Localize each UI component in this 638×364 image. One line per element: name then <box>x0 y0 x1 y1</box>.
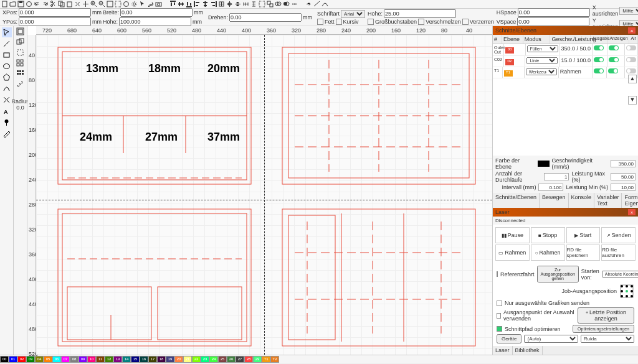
selorigin-check[interactable] <box>497 313 501 319</box>
palette-color[interactable]: 09 <box>79 356 87 363</box>
bezier-tool[interactable] <box>2 83 12 93</box>
copy-icon[interactable] <box>58 1 65 7</box>
tab-cuts[interactable]: Schnitte/Ebenen <box>493 193 540 208</box>
palette-color[interactable]: 16 <box>140 356 148 363</box>
runfile-button[interactable]: RD file ausführen <box>601 245 636 261</box>
cut-icon[interactable] <box>50 1 57 7</box>
dist-icon[interactable] <box>242 1 249 7</box>
device-select[interactable]: (Auto) <box>524 335 578 343</box>
tab-laser[interactable]: Laser <box>493 346 513 355</box>
marker-tool[interactable] <box>2 117 12 127</box>
alignleft-icon[interactable] <box>194 1 201 7</box>
line2-icon[interactable] <box>313 1 320 7</box>
vspace-input[interactable] <box>517 17 589 26</box>
measure-tool[interactable] <box>16 80 24 90</box>
optsettings-button[interactable]: Optimierungseinstellungen <box>573 325 634 333</box>
palette-color[interactable]: 15 <box>131 356 140 363</box>
layer-row[interactable]: T1T1WerkzeugRahmen <box>493 67 638 78</box>
alignhc-icon[interactable] <box>202 1 209 7</box>
palette-color[interactable]: T2 <box>270 356 279 363</box>
fontheight-input[interactable] <box>384 9 456 18</box>
layer-color-swatch[interactable] <box>538 161 550 167</box>
palette-color[interactable]: 14 <box>122 356 131 363</box>
palette-color[interactable]: 01 <box>9 356 17 363</box>
layer-down-button[interactable]: ▼ <box>628 96 637 105</box>
palette-color[interactable]: 12 <box>105 356 113 363</box>
array-tool[interactable] <box>16 59 24 68</box>
zoomsel-icon[interactable] <box>115 1 121 7</box>
redo-icon[interactable] <box>42 1 49 7</box>
palette-color[interactable]: 07 <box>61 356 70 363</box>
alignbot-icon[interactable] <box>186 1 193 7</box>
zoomfit-icon[interactable] <box>107 1 113 7</box>
open-icon[interactable] <box>9 1 16 7</box>
curve-icon[interactable] <box>321 1 328 7</box>
dots-icon[interactable] <box>291 1 298 7</box>
arrow-icon[interactable] <box>305 1 312 7</box>
palette-color[interactable]: 23 <box>201 356 209 363</box>
save-icon[interactable] <box>17 1 24 7</box>
passes-input[interactable] <box>544 173 569 180</box>
palette-color[interactable]: 13 <box>113 356 122 363</box>
ungroup-icon[interactable] <box>267 1 274 7</box>
breite-input[interactable] <box>120 8 193 17</box>
offset-tool[interactable] <box>16 27 24 37</box>
laser-close-icon[interactable]: × <box>628 209 636 215</box>
controller-select[interactable]: Ruida <box>581 335 634 343</box>
xpos-input[interactable] <box>19 8 91 17</box>
move-icon[interactable] <box>82 1 89 7</box>
pen-tool[interactable] <box>2 128 12 138</box>
bold-check[interactable] <box>317 19 323 25</box>
group-icon[interactable] <box>259 1 265 7</box>
alignvc-icon[interactable] <box>178 1 184 7</box>
stop-button[interactable]: ■ Stopp <box>531 227 565 243</box>
tab-library[interactable]: Bibliothek <box>513 346 543 355</box>
new-icon[interactable] <box>1 1 8 7</box>
palette-color[interactable]: 26 <box>227 356 236 363</box>
palette-color[interactable]: 25 <box>218 356 227 363</box>
alignright-icon[interactable] <box>210 1 217 7</box>
palette-color[interactable]: T1 <box>262 356 270 363</box>
font-select[interactable]: Arial <box>341 10 365 18</box>
upper-check[interactable] <box>368 19 374 25</box>
break-tool[interactable] <box>16 49 24 58</box>
edit-tool[interactable] <box>2 95 12 105</box>
palette-color[interactable]: 10 <box>87 356 96 363</box>
ellipse-tool[interactable] <box>2 61 12 71</box>
palette-color[interactable]: 24 <box>209 356 218 363</box>
palette-color[interactable]: 08 <box>70 356 79 363</box>
select-tool[interactable] <box>2 27 12 37</box>
xalign-select[interactable]: Mitte <box>619 7 638 15</box>
bool2-icon[interactable] <box>283 1 290 7</box>
paste-icon[interactable] <box>66 1 73 7</box>
frame2-button[interactable]: ○ Rahmen <box>531 245 565 261</box>
layer-row[interactable]: Outer Cut00Füllen350.0 / 50.0 <box>493 44 638 56</box>
delete-icon[interactable] <box>74 1 81 7</box>
savefile-button[interactable]: RD file speichern <box>566 245 601 261</box>
optpath-check[interactable] <box>497 326 502 332</box>
selonly-check[interactable] <box>497 301 502 306</box>
palette-color[interactable]: 19 <box>166 356 174 363</box>
center-icon[interactable] <box>218 1 225 7</box>
palette-color[interactable]: 17 <box>148 356 157 363</box>
palette-color[interactable]: 05 <box>44 356 52 363</box>
send-button[interactable]: ↗ Senden <box>601 227 636 243</box>
tab-vartext[interactable]: Variabler Text <box>594 193 622 208</box>
start-button[interactable]: ▶ Start <box>566 227 601 243</box>
weld-tool[interactable] <box>16 38 24 47</box>
rect-tool[interactable] <box>2 50 12 60</box>
drehen-input[interactable] <box>229 13 302 22</box>
palette-color[interactable]: 18 <box>157 356 166 363</box>
devices-button[interactable]: Geräte <box>497 334 521 343</box>
pointer-icon[interactable] <box>139 1 146 7</box>
canvas-area[interactable]: 7206806406005605204804404003603202802402… <box>27 26 492 355</box>
camera-icon[interactable] <box>155 1 162 7</box>
polygon-tool[interactable] <box>2 72 12 82</box>
undo-icon[interactable] <box>34 1 40 7</box>
globe-icon[interactable] <box>26 1 32 7</box>
tab-shape[interactable]: Form-Eigenschaften <box>622 193 638 208</box>
frame-button[interactable]: ▭ Rahmen <box>495 245 530 261</box>
zoomin-icon[interactable] <box>90 1 97 7</box>
canvas[interactable]: 13mm 18mm 20mm 24mm 27mm 37mm <box>36 35 492 355</box>
interval-input[interactable] <box>538 184 563 191</box>
